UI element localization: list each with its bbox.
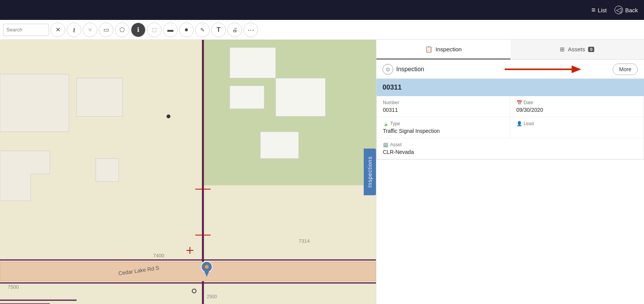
- red-arrow-indicator: [505, 64, 581, 75]
- asset-value: CLR-Nevada: [383, 149, 637, 155]
- field-lead: 👤 Lead: [510, 117, 644, 138]
- field-number: Number 00311: [377, 96, 510, 117]
- field-asset: 🏢 Asset CLR-Nevada: [377, 138, 644, 159]
- inspections-side-tab[interactable]: Inspections: [364, 149, 376, 195]
- svg-rect-6: [0, 74, 69, 132]
- close-tool-button[interactable]: ✕: [51, 23, 65, 37]
- record-card: 00311 Number 00311 📅 Date 09/30/2020: [376, 79, 644, 160]
- draw-tool-button[interactable]: ✎: [195, 23, 210, 37]
- svg-rect-5: [260, 132, 299, 159]
- svg-text:7500: 7500: [8, 284, 19, 290]
- svg-text:7314: 7314: [299, 238, 310, 244]
- assets-badge: 0: [588, 47, 594, 52]
- more-button[interactable]: More: [613, 64, 638, 75]
- assets-tab-label: Assets: [568, 46, 585, 52]
- panel-subheader: ⊙ Inspection More: [376, 60, 644, 79]
- map-area[interactable]: Cedar Lake Rd S 7314 7400 7500 2500: [0, 40, 376, 304]
- date-label: 📅 Date: [517, 100, 638, 105]
- arrow-container: [505, 64, 610, 75]
- type-label-text: Type: [390, 121, 400, 126]
- record-id-bar: 00311: [376, 79, 644, 96]
- svg-rect-8: [96, 159, 119, 181]
- inspections-tab-label: Inspections: [367, 156, 373, 188]
- list-button[interactable]: ≡ List: [592, 6, 607, 14]
- number-label: Number: [383, 100, 504, 105]
- svg-point-23: [167, 114, 170, 118]
- building-icon: 🏢: [383, 142, 389, 147]
- list-icon: ≡: [592, 6, 596, 14]
- leaf-icon: 🍃: [383, 121, 389, 126]
- asset-label-text: Asset: [390, 142, 402, 147]
- ruler-tool-button[interactable]: ⬚: [147, 23, 162, 37]
- number-label-text: Number: [383, 100, 399, 105]
- bar-tool-button[interactable]: ▬: [163, 23, 178, 37]
- list-label: List: [598, 7, 606, 13]
- lead-label-text: Lead: [524, 121, 534, 126]
- back-button[interactable]: ◁ Back: [615, 6, 638, 14]
- svg-rect-3: [230, 86, 264, 109]
- svg-text:2500: 2500: [207, 294, 217, 299]
- map-svg: Cedar Lake Rd S 7314 7400 7500 2500: [0, 40, 376, 304]
- panel-header: 📋 Inspection ⊞ Assets 0: [376, 40, 644, 60]
- back-icon: ⊙: [386, 66, 390, 72]
- assets-tab-icon: ⊞: [560, 46, 565, 53]
- key-tool-button[interactable]: ⚷: [67, 23, 81, 37]
- svg-rect-7: [77, 78, 123, 116]
- search-input[interactable]: [3, 24, 49, 36]
- calendar-icon: 📅: [517, 100, 522, 105]
- split-tool-button[interactable]: ⑂: [83, 23, 97, 37]
- circle-tool-button[interactable]: ●: [179, 23, 194, 37]
- asset-label: 🏢 Asset: [383, 142, 637, 147]
- person-icon: 👤: [517, 121, 522, 126]
- number-value: 00311: [383, 107, 504, 113]
- type-value: Traffic Signal Inspection: [383, 128, 504, 134]
- svg-rect-4: [276, 78, 325, 116]
- svg-rect-2: [230, 47, 276, 78]
- date-label-text: Date: [524, 100, 533, 105]
- text-tool-button[interactable]: T: [211, 23, 226, 37]
- date-value: 09/30/2020: [517, 107, 638, 113]
- tab-inspection[interactable]: 📋 Inspection: [376, 40, 510, 59]
- inspection-tab-icon: 📋: [425, 46, 433, 53]
- subheader-back-button[interactable]: ⊙: [382, 64, 393, 75]
- back-label: Back: [625, 7, 638, 13]
- polygon-tool-button[interactable]: ⬠: [115, 23, 129, 37]
- inspection-tab-label: Inspection: [436, 46, 462, 52]
- more-tools-button[interactable]: ⋯: [244, 23, 258, 37]
- field-date: 📅 Date 09/30/2020: [510, 96, 644, 117]
- back-circle-icon: ◁: [615, 6, 623, 14]
- lead-label: 👤 Lead: [517, 121, 638, 126]
- info-tool-button[interactable]: ℹ: [131, 23, 145, 37]
- record-fields: Number 00311 📅 Date 09/30/2020 🍃: [376, 96, 644, 160]
- toolbar: ✕ ⚷ ⑂ ▭ ⬠ ℹ ⬚ ▬ ● ✎ T 🖨 ⋯: [0, 20, 644, 40]
- print-tool-button[interactable]: 🖨: [227, 23, 242, 37]
- svg-marker-36: [572, 65, 581, 73]
- tab-assets[interactable]: ⊞ Assets 0: [510, 40, 644, 59]
- subheader-title: Inspection: [396, 66, 502, 73]
- svg-rect-13: [0, 262, 376, 281]
- type-label: 🍃 Type: [383, 121, 504, 126]
- rectangle-tool-button[interactable]: ▭: [99, 23, 113, 37]
- svg-point-31: [205, 265, 209, 269]
- main-layout: Cedar Lake Rd S 7314 7400 7500 2500: [0, 40, 644, 304]
- right-panel: 📋 Inspection ⊞ Assets 0 ⊙ Inspection: [376, 40, 644, 304]
- svg-text:7400: 7400: [153, 253, 164, 258]
- top-bar: ≡ List ◁ Back: [0, 0, 644, 20]
- field-type: 🍃 Type Traffic Signal Inspection: [377, 117, 510, 138]
